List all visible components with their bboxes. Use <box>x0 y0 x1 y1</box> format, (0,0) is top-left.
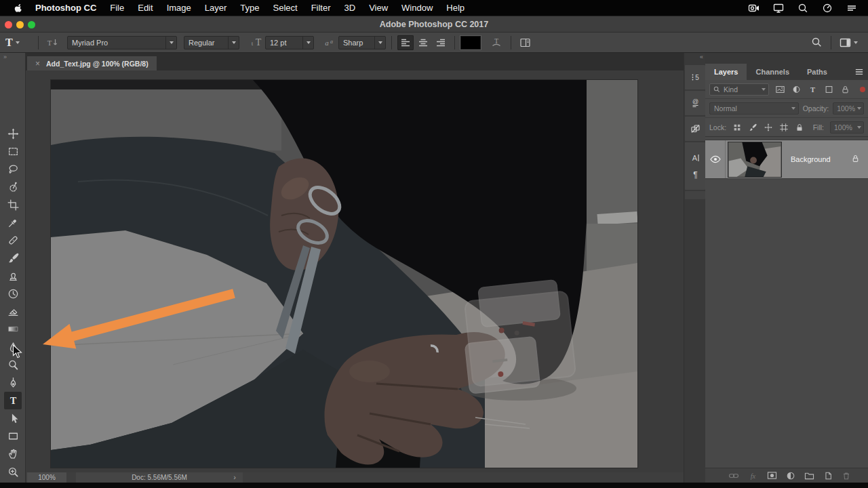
status-chevron-icon[interactable]: › <box>233 472 236 483</box>
blend-mode-select[interactable]: Normal <box>709 102 799 115</box>
svg-text:5: 5 <box>695 74 699 81</box>
minimize-window-button[interactable] <box>16 21 24 28</box>
gradient-tool[interactable] <box>4 320 22 338</box>
clock-icon[interactable] <box>822 3 833 14</box>
maximize-window-button[interactable] <box>28 21 35 28</box>
eraser-tool[interactable] <box>4 302 22 320</box>
paragraph-panel-icon[interactable]: ¶ <box>690 169 701 180</box>
clone-source-panel-icon[interactable] <box>685 117 705 141</box>
close-tab-icon[interactable]: × <box>35 59 40 68</box>
opacity-field[interactable]: 100% <box>833 102 864 115</box>
new-group-icon[interactable] <box>804 471 814 480</box>
quick-selection-tool[interactable] <box>4 178 22 195</box>
current-tool-button[interactable]: T <box>5 37 33 49</box>
spot-healing-brush-tool[interactable] <box>4 231 22 249</box>
spotlight-icon[interactable] <box>797 3 808 14</box>
new-layer-icon[interactable] <box>823 471 833 481</box>
align-right-button[interactable] <box>433 35 449 50</box>
crop-tool[interactable] <box>4 196 22 214</box>
menu-item-select[interactable]: Select <box>266 0 304 16</box>
filter-shape-layers-icon[interactable] <box>824 85 834 94</box>
zoom-level-field[interactable]: 100% <box>27 472 66 483</box>
eyedropper-tool[interactable] <box>4 214 22 231</box>
history-brush-tool[interactable] <box>4 285 22 302</box>
lock-all-icon[interactable] <box>795 123 804 132</box>
clone-stamp-tool[interactable] <box>4 267 22 285</box>
warp-text-icon[interactable]: T <box>488 35 505 50</box>
expand-panels-icon[interactable]: « <box>700 54 703 60</box>
panel-menu-icon[interactable] <box>850 64 868 80</box>
filter-kind-select[interactable]: Kind <box>709 83 769 96</box>
tab-layers[interactable]: Layers <box>705 64 747 80</box>
canvas-photo[interactable] <box>51 80 637 468</box>
lock-position-icon[interactable] <box>764 123 773 132</box>
font-family-select[interactable]: Myriad Pro <box>67 36 177 49</box>
workspace-switcher-icon[interactable] <box>837 35 860 50</box>
lock-artboard-icon[interactable] <box>779 123 789 132</box>
close-window-button[interactable] <box>5 21 12 28</box>
path-selection-tool[interactable] <box>4 409 22 427</box>
layer-thumbnail[interactable] <box>728 142 782 178</box>
menu-item-file[interactable]: File <box>103 0 131 16</box>
font-size-select[interactable]: 12 pt <box>265 36 314 49</box>
dodge-tool[interactable] <box>4 356 22 373</box>
tab-paths[interactable]: Paths <box>798 64 836 80</box>
brush-tool[interactable] <box>4 249 22 266</box>
layer-visibility-toggle[interactable] <box>705 140 726 178</box>
glyphs-panel-icon[interactable]: 5 <box>685 65 705 89</box>
apple-menu-icon[interactable] <box>8 3 28 14</box>
display-icon[interactable] <box>773 3 784 14</box>
pen-tool[interactable] <box>4 373 22 391</box>
lock-transparency-icon[interactable] <box>732 123 742 132</box>
tab-channels[interactable]: Channels <box>747 64 798 80</box>
zoom-tool[interactable] <box>4 463 22 481</box>
libraries-panel-icon[interactable]: @ <box>685 91 705 115</box>
notification-list-icon[interactable] <box>846 3 857 14</box>
menu-item-window[interactable]: Window <box>395 0 439 16</box>
fill-field[interactable]: 100% <box>830 121 864 134</box>
lock-paint-icon[interactable] <box>748 123 757 132</box>
layer-style-icon[interactable]: fx <box>748 471 758 481</box>
menu-item-view[interactable]: View <box>362 0 395 16</box>
text-orientation-icon[interactable]: T <box>44 35 62 50</box>
align-center-button[interactable] <box>415 35 431 50</box>
filter-type-layers-icon[interactable]: T <box>808 85 818 94</box>
filter-pixel-layers-icon[interactable] <box>775 85 785 94</box>
font-style-select[interactable]: Regular <box>184 36 239 49</box>
type-tool[interactable]: T <box>4 392 22 409</box>
canvas-pasteboard[interactable] <box>26 70 684 472</box>
hand-tool[interactable] <box>4 445 22 462</box>
text-color-swatch[interactable] <box>460 36 481 49</box>
menu-item-image[interactable]: Image <box>160 0 198 16</box>
menu-item-3d[interactable]: 3D <box>338 0 363 16</box>
lasso-tool[interactable] <box>4 160 22 178</box>
toggle-panels-icon[interactable] <box>517 35 534 50</box>
add-layer-mask-icon[interactable] <box>767 471 777 480</box>
collapse-tools-icon[interactable]: » <box>3 54 6 60</box>
menu-item-photoshop[interactable]: Photoshop CC <box>28 0 103 16</box>
link-layers-icon[interactable] <box>728 472 739 480</box>
anti-alias-select[interactable]: Sharp <box>338 36 386 49</box>
layer-locked-icon[interactable] <box>851 154 860 165</box>
layer-row-background[interactable]: Background <box>705 140 868 179</box>
menu-item-edit[interactable]: Edit <box>131 0 159 16</box>
rectangle-shape-tool[interactable] <box>4 427 22 445</box>
menu-item-filter[interactable]: Filter <box>304 0 338 16</box>
document-info[interactable]: Doc: 5.56M/5.56M › <box>76 472 243 483</box>
menu-item-type[interactable]: Type <box>233 0 266 16</box>
filtering-toggle-icon[interactable] <box>860 87 865 92</box>
filter-adjustment-layers-icon[interactable] <box>791 85 802 94</box>
search-icon[interactable] <box>808 35 825 50</box>
document-tab[interactable]: × Add_Text.jpg @ 100% (RGB/8) <box>27 56 157 70</box>
move-tool[interactable] <box>4 125 22 142</box>
align-left-button[interactable] <box>397 35 414 50</box>
blur-tool[interactable] <box>4 338 22 356</box>
screen-recording-icon[interactable] <box>748 3 760 14</box>
character-panel-icon[interactable]: A <box>690 152 701 163</box>
delete-layer-icon[interactable] <box>842 471 851 481</box>
menu-item-layer[interactable]: Layer <box>198 0 234 16</box>
filter-smart-objects-icon[interactable] <box>840 85 850 94</box>
new-adjustment-layer-icon[interactable] <box>786 471 795 481</box>
rectangular-marquee-tool[interactable] <box>4 142 22 160</box>
menu-item-help[interactable]: Help <box>439 0 471 16</box>
